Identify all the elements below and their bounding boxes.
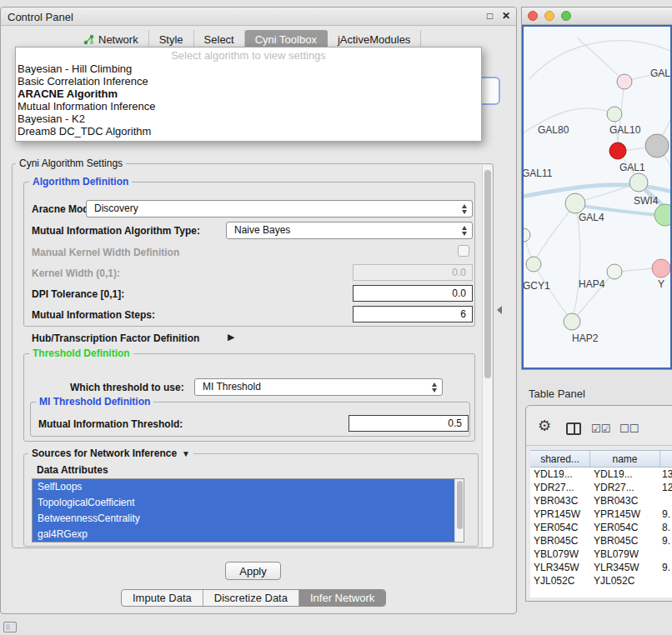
which-threshold-label: Which threshold to use:	[70, 382, 184, 393]
node-red[interactable]	[609, 142, 626, 159]
aracne-mode-select[interactable]: Discovery	[86, 200, 473, 218]
node-pink[interactable]	[652, 259, 670, 278]
node-gray[interactable]	[645, 134, 669, 158]
tab-label: Impute Data	[133, 592, 192, 604]
minimized-panel-icon[interactable]	[3, 622, 17, 632]
apply-button-label: Apply	[239, 565, 267, 578]
control-panel-tabs: Network Style Select Cyni Toolbox jActiv…	[73, 30, 421, 48]
tab-label: jActiveModules	[338, 33, 410, 46]
menu-item[interactable]: Bayesian - Hill Climbing	[16, 62, 481, 75]
sources-header[interactable]: Sources for Network Inference ▼	[28, 448, 193, 459]
close-panel-icon[interactable]: ✕	[502, 10, 510, 22]
attributes-scrollbar-thumb[interactable]	[457, 481, 463, 529]
table-row[interactable]: YDL19...YDL19...13	[530, 468, 672, 481]
manual-kernel-label: Manual Kernel Width Definition	[32, 247, 179, 258]
mi-type-value: Naive Bayes	[234, 224, 290, 236]
node-label: GAL4	[579, 212, 604, 223]
mi-threshold-field[interactable]: 0.5	[349, 415, 469, 432]
attribute-item-selected[interactable]: BetweennessCentrality	[33, 511, 464, 527]
threshold-definition-title: Threshold Definition	[29, 348, 133, 359]
node[interactable]	[526, 257, 541, 272]
tab-select[interactable]: Select	[194, 30, 245, 48]
attributes-scrollbar[interactable]	[454, 479, 464, 542]
table-row[interactable]: YDR27...YDR27...12	[530, 481, 672, 494]
node-table: shared... name YDL19...YDL19...13 YDR27.…	[530, 450, 672, 598]
node-green[interactable]	[654, 204, 670, 226]
tab-impute-data[interactable]: Impute Data	[122, 590, 203, 606]
node-label: HAP2	[572, 332, 599, 344]
settings-scrollbar[interactable]	[482, 165, 492, 547]
tab-style[interactable]: Style	[149, 30, 194, 48]
deselect-all-columns-icon[interactable]: ☐☐	[619, 422, 639, 435]
manual-kernel-checkbox[interactable]	[458, 245, 469, 257]
tab-network[interactable]: Network	[73, 30, 149, 48]
node-label: GAL1	[619, 162, 645, 173]
collapse-arrow-icon[interactable]: ▼	[182, 449, 190, 458]
minimize-window-icon[interactable]	[544, 11, 554, 21]
table-row[interactable]: YBR043CYBR043C	[530, 494, 672, 508]
minimized-panel-icon-detail	[6, 624, 10, 630]
table-row[interactable]: YER054CYER054C8.	[530, 521, 672, 534]
tab-label: Discretize Data	[214, 592, 288, 604]
mi-steps-field[interactable]: 6	[353, 306, 473, 322]
mi-threshold-group-title: MI Threshold Definition	[36, 396, 153, 408]
table-panel-title: Table Panel	[529, 388, 585, 400]
node[interactable]	[629, 173, 648, 192]
node[interactable]	[524, 228, 530, 242]
table-toolbar-divider	[526, 445, 672, 446]
attribute-item-selected[interactable]: gal4RGexp	[33, 527, 464, 542]
menu-item-selected[interactable]: ARACNE Algorithm	[16, 88, 481, 100]
table-row[interactable]: YJL052CYJL052C	[530, 574, 672, 588]
expand-arrow-icon[interactable]: ▶	[228, 332, 234, 342]
table-row[interactable]: YPR145WYPR145W9.	[530, 508, 672, 521]
network-graph[interactable]: GAL7 GAL80 GAL10 GAL11 GAL1 SWI4 GAL4 GC…	[524, 27, 670, 368]
attribute-item-selected[interactable]: SelfLoops	[33, 479, 464, 495]
menu-item[interactable]: Bayesian - K2	[16, 112, 481, 125]
column-header[interactable]: shared...	[530, 451, 590, 467]
column-header[interactable]: name	[590, 451, 660, 467]
node-label: GAL11	[524, 168, 553, 179]
which-threshold-select[interactable]: MI Threshold	[194, 378, 443, 396]
select-all-columns-icon[interactable]: ☑☑	[591, 422, 610, 435]
mi-type-select[interactable]: Naive Bayes	[226, 222, 473, 239]
combo-arrows-icon	[432, 382, 437, 392]
node[interactable]	[617, 74, 632, 89]
attribute-item-selected[interactable]: TopologicalCoefficient	[33, 495, 464, 511]
node-label: HAP4	[579, 278, 605, 290]
tab-infer-network[interactable]: Infer Network	[299, 590, 385, 606]
tab-label: Network	[98, 33, 138, 46]
splitpane-collapse-icon[interactable]	[497, 306, 502, 314]
data-attributes-list: SelfLoops TopologicalCoefficient Between…	[32, 478, 464, 542]
table-row[interactable]: YLR345WYLR345W9.	[530, 561, 672, 574]
table-row[interactable]: YBL079WYBL079W	[530, 548, 672, 561]
dpi-tolerance-field[interactable]: 0.0	[353, 285, 473, 302]
node[interactable]	[607, 107, 622, 122]
column-header[interactable]	[660, 451, 672, 467]
which-threshold-value: MI Threshold	[203, 381, 261, 392]
aracne-mode-value: Discovery	[94, 202, 138, 214]
tab-label: Select	[204, 33, 234, 46]
apply-button[interactable]: Apply	[225, 562, 281, 580]
node[interactable]	[607, 264, 622, 279]
zoom-window-icon[interactable]	[561, 11, 571, 21]
table-row[interactable]: YBR045CYBR045C9.	[530, 534, 672, 548]
node[interactable]	[565, 193, 585, 213]
tab-discretize-data[interactable]: Discretize Data	[203, 590, 299, 606]
gear-icon[interactable]: ⚙	[538, 418, 551, 433]
menu-item[interactable]: Dream8 DC_TDC Algorithm	[16, 125, 481, 138]
node-label: GAL80	[538, 124, 569, 136]
close-window-icon[interactable]	[528, 11, 538, 21]
settings-scrollbar-thumb[interactable]	[484, 170, 491, 378]
algorithm-definition-title: Algorithm Definition	[29, 176, 132, 188]
tab-cyni-toolbox[interactable]: Cyni Toolbox	[245, 30, 328, 48]
mi-type-label: Mutual Information Algorithm Type:	[32, 225, 200, 237]
menu-item[interactable]: Mutual Information Inference	[16, 100, 481, 112]
kernel-width-field[interactable]: 0.0	[353, 264, 473, 281]
columns-icon[interactable]	[566, 422, 581, 435]
control-panel-title: Control Panel	[8, 11, 73, 23]
float-window-icon[interactable]: □	[487, 10, 493, 22]
node[interactable]	[564, 313, 580, 330]
hub-section-label[interactable]: Hub/Transcription Factor Definition	[32, 332, 199, 344]
menu-item[interactable]: Basic Correlation Inference	[16, 75, 481, 88]
tab-jactivemodules[interactable]: jActiveModules	[328, 30, 421, 48]
